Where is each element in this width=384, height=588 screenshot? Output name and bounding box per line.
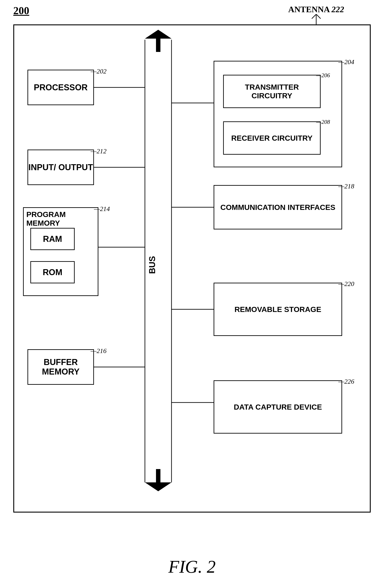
processor-num: —202 <box>91 67 107 75</box>
transmitter-block: TRANSMITTER CIRCUITRY <box>223 75 321 108</box>
removable-storage-block: REMOVABLE STORAGE <box>214 283 342 336</box>
program-memory-block: PROGRAM MEMORY RAM ROM <box>23 207 98 296</box>
transmitter-num: —206 <box>316 72 330 79</box>
rom-block: ROM <box>30 261 75 283</box>
comm-interfaces-block: COMMUNICATION INTERFACES <box>214 185 342 230</box>
bus-arrow-down <box>145 469 172 491</box>
fig-label: FIG. 2 <box>168 557 216 577</box>
bus-label: BUS <box>148 256 157 274</box>
buffer-memory-block: BUFFER MEMORY <box>27 349 94 385</box>
diagram-number: 200 <box>13 4 29 17</box>
main-border: BUS PROCESSOR —202 <box>13 24 371 513</box>
antenna-label: ANTENNA 222 <box>288 4 344 14</box>
program-memory-num: —214 <box>94 205 110 212</box>
io-num: —212 <box>91 147 107 155</box>
svg-line-1 <box>312 14 316 19</box>
data-capture-block: DATA CAPTURE DEVICE <box>214 380 342 434</box>
radio-block: TRANSMITTER CIRCUITRY —206 RECEIVER CIRC… <box>214 61 342 167</box>
program-memory-label: PROGRAM MEMORY <box>24 208 98 228</box>
io-block: INPUT/ OUTPUT <box>27 149 94 185</box>
radio-num: —204 <box>338 58 354 66</box>
buffer-memory-num: —216 <box>91 347 107 355</box>
ram-block: RAM <box>30 228 75 250</box>
svg-line-2 <box>316 14 321 19</box>
comm-interfaces-num: —218 <box>338 182 354 190</box>
removable-storage-num: —220 <box>338 280 354 288</box>
page: 200 ANTENNA 222 <box>0 0 384 588</box>
bus-arrow-up <box>145 30 172 52</box>
processor-block: PROCESSOR <box>27 70 94 105</box>
receiver-block: RECEIVER CIRCUITRY <box>223 121 321 155</box>
data-capture-num: —226 <box>338 378 354 385</box>
receiver-num: —208 <box>316 119 330 125</box>
